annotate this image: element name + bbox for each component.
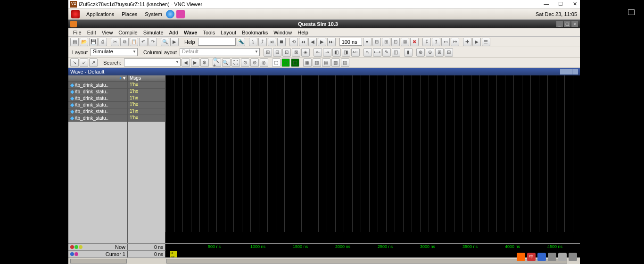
expand-icon[interactable]: ⊕ <box>416 48 425 57</box>
tray-ime-icon[interactable]: 中 <box>527 253 536 261</box>
break-icon[interactable]: ⏹ <box>277 38 286 46</box>
edge-prev-icon[interactable]: ⇤ <box>314 48 322 57</box>
fmt3-icon[interactable]: ▤ <box>322 58 330 67</box>
cursor-del-icon[interactable]: ↥ <box>432 38 440 46</box>
signal-row[interactable]: ◆/tb_drink_statu.. <box>68 95 127 102</box>
zoom-cursor-icon[interactable]: ⊙ <box>241 58 249 67</box>
search-opt-icon[interactable]: ⚙ <box>200 58 209 67</box>
menu-layout[interactable]: Layout <box>218 30 239 35</box>
menu-system[interactable]: System <box>141 11 166 17</box>
wave-tool3-icon[interactable]: ⊡ <box>282 48 291 57</box>
wave-max-icon[interactable] <box>566 69 572 74</box>
run-prev-icon[interactable]: ⏮ <box>299 38 307 46</box>
distro-icon[interactable] <box>71 10 80 18</box>
edit-icon[interactable]: ✎ <box>382 48 391 57</box>
columnlayout-dropdown[interactable]: Default <box>180 48 260 56</box>
fmt2-icon[interactable]: ▥ <box>313 58 321 67</box>
menu-compile[interactable]: Compile <box>116 30 140 35</box>
nav1-icon[interactable]: ↘ <box>70 58 79 67</box>
stop-icon[interactable]: ✖ <box>410 38 419 46</box>
fmt4-icon[interactable]: ▧ <box>331 58 340 67</box>
continue-icon[interactable]: ⏯ <box>268 38 276 46</box>
zoom-range-icon[interactable]: ⊘ <box>250 58 259 67</box>
run-next-icon[interactable]: ▶ <box>318 38 326 46</box>
menu-applications[interactable]: Applications <box>83 11 118 17</box>
tray-keyboard-icon[interactable] <box>548 253 556 261</box>
scroll-thumb-left[interactable] <box>70 259 127 264</box>
waveform-area[interactable] <box>165 75 580 246</box>
break-sim-icon[interactable]: ⊠ <box>401 38 409 46</box>
group-icon[interactable]: ⊞ <box>435 48 444 57</box>
step-icon[interactable]: ⤵ <box>249 38 257 46</box>
app-launcher-icon[interactable] <box>176 10 185 18</box>
pointer-icon[interactable]: ↖ <box>363 48 372 57</box>
wave-undock-icon[interactable] <box>560 69 566 74</box>
minimize-button[interactable]: — <box>543 1 550 8</box>
run-icon[interactable]: ▶ <box>170 38 179 46</box>
cursor-marker[interactable]: 0 ns <box>170 251 177 258</box>
collapse-icon[interactable]: ⊖ <box>426 48 434 57</box>
help-input[interactable] <box>198 38 236 46</box>
run-all-icon[interactable]: ⊞ <box>382 38 390 46</box>
signal-row[interactable]: ◆/tb_drink_statu.. <box>68 82 127 89</box>
fmt1-icon[interactable]: ▦ <box>303 58 312 67</box>
wave-tool5-icon[interactable]: ◈ <box>301 48 310 57</box>
menu-places[interactable]: Places <box>118 11 141 17</box>
paste-icon[interactable]: 📋 <box>130 38 138 46</box>
runtime-input[interactable] <box>339 38 362 46</box>
nav3-icon[interactable]: ↗ <box>89 58 98 67</box>
bookmark-next-icon[interactable]: ▶ <box>472 38 481 46</box>
menu-wave[interactable]: Wave <box>181 30 200 35</box>
copy-icon[interactable]: ⧉ <box>120 38 129 46</box>
menu-help[interactable]: Help <box>295 30 311 35</box>
continue-run-icon[interactable]: ⊡ <box>391 38 400 46</box>
tray-wrench-icon[interactable] <box>569 253 577 261</box>
measure-icon[interactable]: ⟷ <box>373 48 381 57</box>
close-button[interactable]: ✕ <box>571 1 578 8</box>
zoom-in-icon[interactable]: 🔍+ <box>213 58 221 67</box>
menu-view[interactable]: View <box>99 30 116 35</box>
cursor-next-icon[interactable]: ↦ <box>451 38 459 46</box>
vnc-titlebar[interactable]: V2 iZuf6czk78vc1d7tuysu6rZ:11 (kanchen) … <box>68 0 580 8</box>
signal-row[interactable]: ◆/tb_drink_statu.. <box>68 115 127 122</box>
layout-dropdown[interactable]: Simulate <box>91 48 138 56</box>
zoom-other-icon[interactable]: ◎ <box>260 58 268 67</box>
menu-file[interactable]: File <box>70 30 84 35</box>
zoom-full-icon[interactable]: ⛶ <box>231 58 240 67</box>
nav2-icon[interactable]: ↙ <box>80 58 88 67</box>
menu-window[interactable]: Window <box>271 30 295 35</box>
color2-icon[interactable]: ▢ <box>281 58 290 67</box>
tray-gear-icon[interactable] <box>558 253 567 261</box>
questa-titlebar[interactable]: Questa Sim 10.3 _ ▢ × <box>68 20 580 28</box>
search-prev-icon[interactable]: ◀ <box>182 58 190 67</box>
msgs-header[interactable]: Msgs <box>128 75 165 82</box>
menu-bookmarks[interactable]: Bookmarks <box>239 30 271 35</box>
questa-minimize-button[interactable]: _ <box>556 21 563 27</box>
wave-panel-header[interactable]: Wave - Default <box>68 68 580 75</box>
signal-tool-icon[interactable]: ◧ <box>332 48 341 57</box>
signal-row[interactable]: ◆/tb_drink_statu.. <box>68 102 127 108</box>
wave-tool2-icon[interactable]: ⊟ <box>273 48 281 57</box>
step-over-icon[interactable]: ⤴ <box>258 38 267 46</box>
questa-maximize-button[interactable]: ▢ <box>564 21 570 27</box>
tray-moon-icon[interactable] <box>537 253 546 261</box>
print-icon[interactable]: ⎙ <box>99 38 107 46</box>
mode-all-icon[interactable]: ALL <box>351 48 360 57</box>
menu-tools[interactable]: Tools <box>200 30 218 35</box>
redo-icon[interactable]: ↷ <box>149 38 157 46</box>
run-length-icon[interactable]: ⊟ <box>372 38 381 46</box>
cut-icon[interactable]: ✂ <box>111 38 119 46</box>
cursor-add-icon[interactable]: ↧ <box>422 38 431 46</box>
runtime-dropdown-icon[interactable]: ▾ <box>363 38 372 46</box>
wave-tool4-icon[interactable]: ⊠ <box>292 48 300 57</box>
signal-tool2-icon[interactable]: ◨ <box>342 48 350 57</box>
find-icon[interactable]: 🔍 <box>161 38 169 46</box>
edge-next-icon[interactable]: ⇥ <box>323 48 331 57</box>
scroll-thumb-wave[interactable] <box>166 259 567 264</box>
timeline[interactable]: 500 ns1000 ns1500 ns2000 ns2500 ns3000 n… <box>165 244 580 251</box>
browser-icon[interactable] <box>166 10 174 18</box>
undo-icon[interactable]: ↶ <box>139 38 148 46</box>
clock[interactable]: Sat Dec 23, 11:05 <box>536 11 577 17</box>
wave-tool1-icon[interactable]: ⊞ <box>264 48 272 57</box>
signal-row[interactable]: ◆/tb_drink_statu.. <box>68 108 127 115</box>
